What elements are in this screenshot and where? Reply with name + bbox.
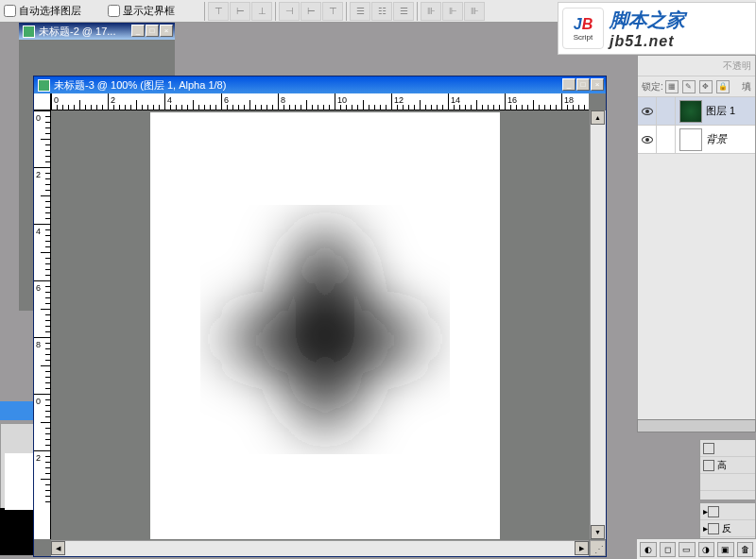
minimize-button[interactable]: _ bbox=[562, 78, 576, 91]
watermark-logo: JB Script bbox=[562, 8, 604, 49]
auto-select-checkbox[interactable] bbox=[4, 5, 16, 17]
lock-all-icon[interactable]: 🔒 bbox=[716, 80, 730, 93]
document-window-2[interactable]: 未标题-3 @ 100% (图层 1, Alpha 1/8) _ □ × 024… bbox=[33, 76, 607, 557]
align-btn-1[interactable]: ⊤ bbox=[208, 2, 229, 21]
auto-select-layer-option[interactable]: 自动选择图层 bbox=[4, 4, 81, 18]
layer-thumbnail[interactable] bbox=[679, 128, 702, 151]
eye-icon bbox=[642, 108, 653, 115]
right-panel-snippet-1: 高 bbox=[699, 439, 756, 500]
document-icon bbox=[23, 25, 35, 38]
close-button[interactable]: × bbox=[160, 25, 173, 37]
canvas[interactable] bbox=[150, 112, 500, 539]
show-bounds-label: 显示定界框 bbox=[123, 4, 175, 18]
window-controls: _ □ × bbox=[131, 25, 173, 37]
layer-visibility-toggle[interactable] bbox=[638, 126, 657, 153]
layers-blend-row: 不透明 bbox=[638, 56, 755, 76]
eye-icon bbox=[642, 136, 653, 144]
horizontal-scrollbar[interactable]: ◀ ▶ bbox=[51, 540, 589, 556]
dist-btn-2[interactable]: ☷ bbox=[371, 2, 392, 21]
document-1-title: 未标题-2 @ 17... bbox=[39, 25, 115, 39]
watermark-title: 脚本之家 bbox=[610, 8, 685, 33]
align-btn-2[interactable]: ⊢ bbox=[230, 2, 250, 21]
layer-name[interactable]: 图层 1 bbox=[706, 104, 735, 118]
layer-row-background[interactable]: 背景 bbox=[638, 126, 755, 154]
horizontal-ruler[interactable]: 024681012141618 bbox=[51, 93, 589, 110]
document-icon bbox=[38, 79, 50, 92]
align-buttons-group: ⊤ ⊢ ⊥ bbox=[208, 2, 272, 21]
layer-name[interactable]: 背景 bbox=[706, 132, 727, 146]
layers-lock-row: 锁定: ▦ ✎ ✥ 🔒 填 bbox=[638, 76, 755, 97]
ruler-corner[interactable] bbox=[34, 93, 51, 110]
maximize-button[interactable]: □ bbox=[146, 25, 159, 37]
layer-visibility-toggle[interactable] bbox=[638, 97, 657, 125]
panel-row[interactable]: 高 bbox=[700, 457, 755, 474]
dist-btn-6[interactable]: ⊪ bbox=[464, 2, 485, 21]
document-2-titlebar[interactable]: 未标题-3 @ 100% (图层 1, Alpha 1/8) _ □ × bbox=[34, 76, 606, 93]
bottom-strip-1 bbox=[0, 401, 36, 420]
distribute-buttons-group: ☰ ☷ ☰ bbox=[350, 2, 414, 21]
close-button[interactable]: × bbox=[591, 78, 604, 91]
document-2-title: 未标题-3 @ 100% (图层 1, Alpha 1/8) bbox=[54, 78, 226, 93]
maximize-button[interactable]: □ bbox=[576, 78, 590, 91]
show-bounds-checkbox[interactable] bbox=[108, 5, 120, 17]
svg-point-2 bbox=[278, 282, 372, 377]
adjustment-layer-button[interactable]: ◑ bbox=[698, 542, 715, 557]
panel-row[interactable] bbox=[700, 440, 755, 457]
dist-btn-5[interactable]: ⊩ bbox=[442, 2, 463, 21]
align-btn-5[interactable]: ⊢ bbox=[301, 2, 321, 21]
toolbar-divider bbox=[417, 2, 418, 21]
watermark-badge: JB Script 脚本之家 jb51.net bbox=[558, 2, 756, 55]
delete-layer-button[interactable]: 🗑 bbox=[737, 542, 754, 557]
watermark-text-block: 脚本之家 jb51.net bbox=[610, 8, 685, 50]
align-buttons-group-2: ⊣ ⊢ ⊤ bbox=[279, 2, 343, 21]
logo-text: JB bbox=[574, 16, 593, 33]
layer-style-button[interactable]: ◐ bbox=[640, 542, 657, 557]
dist-btn-3[interactable]: ☰ bbox=[393, 2, 414, 21]
new-folder-button[interactable]: ▭ bbox=[679, 542, 696, 557]
lock-label: 锁定: bbox=[642, 80, 663, 93]
fill-label: 填 bbox=[742, 80, 751, 93]
layer-thumbnail[interactable] bbox=[679, 100, 702, 123]
toolbar-divider bbox=[275, 2, 276, 21]
lock-transparency-icon[interactable]: ▦ bbox=[665, 80, 679, 93]
logo-subtitle: Script bbox=[574, 33, 593, 42]
resize-grip-icon: ⋰ bbox=[594, 544, 604, 554]
align-btn-4[interactable]: ⊣ bbox=[279, 2, 300, 21]
lock-position-icon[interactable]: ✥ bbox=[699, 80, 713, 93]
thumb-icon bbox=[703, 460, 714, 471]
layer-row-1[interactable]: 图层 1 bbox=[638, 97, 755, 126]
row-label: 高 bbox=[717, 459, 727, 472]
vertical-ruler[interactable]: 0246802 bbox=[34, 110, 51, 539]
vertical-scrollbar[interactable]: ▲ ▼ bbox=[590, 110, 606, 539]
new-layer-button[interactable]: ▣ bbox=[717, 542, 734, 557]
blurred-cross-shape bbox=[193, 197, 457, 462]
panel-row[interactable] bbox=[700, 474, 755, 491]
row-label: 反 bbox=[722, 522, 731, 535]
scroll-up-arrow[interactable]: ▲ bbox=[591, 110, 605, 125]
layers-panel: 不透明 锁定: ▦ ✎ ✥ 🔒 填 图层 1 背景 bbox=[637, 55, 756, 432]
resize-corner[interactable]: ⋰ bbox=[590, 540, 606, 556]
layer-link-cell[interactable] bbox=[657, 126, 676, 153]
panel-row[interactable]: ▸ bbox=[700, 503, 755, 520]
dist-btn-4[interactable]: ⊪ bbox=[421, 2, 441, 21]
layer-mask-button[interactable]: ◻ bbox=[660, 542, 677, 557]
align-btn-3[interactable]: ⊥ bbox=[251, 2, 272, 21]
panel-divider[interactable] bbox=[637, 419, 756, 432]
minimize-button[interactable]: _ bbox=[131, 25, 145, 37]
scroll-down-arrow[interactable]: ▼ bbox=[591, 525, 605, 539]
lock-paint-icon[interactable]: ✎ bbox=[682, 80, 696, 93]
align-btn-6[interactable]: ⊤ bbox=[322, 2, 343, 21]
auto-select-label: 自动选择图层 bbox=[19, 4, 81, 18]
dist-btn-1[interactable]: ☰ bbox=[350, 2, 370, 21]
show-bounds-option[interactable]: 显示定界框 bbox=[108, 4, 175, 18]
scroll-right-arrow[interactable]: ▶ bbox=[575, 541, 589, 555]
layers-panel-footer: ◐ ◻ ▭ ◑ ▣ 🗑 bbox=[637, 538, 756, 559]
toolbar-divider bbox=[346, 2, 347, 21]
logo-b: B bbox=[582, 16, 593, 32]
layer-link-cell[interactable] bbox=[657, 97, 676, 125]
scroll-left-arrow[interactable]: ◀ bbox=[51, 541, 65, 555]
canvas-viewport[interactable] bbox=[51, 110, 589, 539]
document-content: 024681012141618 0246802 ▲ ▼ bbox=[34, 93, 606, 556]
panel-row[interactable]: ▸反 bbox=[700, 520, 755, 537]
document-1-titlebar[interactable]: 未标题-2 @ 17... _ □ × bbox=[19, 23, 175, 40]
